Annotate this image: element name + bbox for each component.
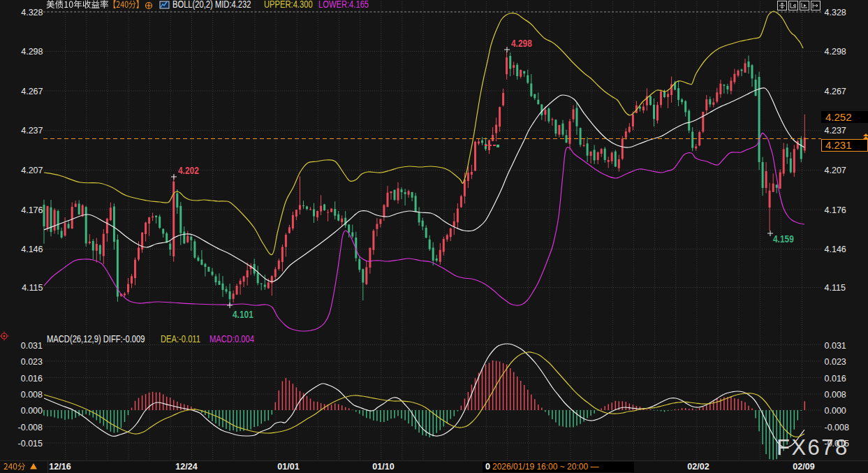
svg-text:FX678: FX678 [777,435,849,460]
svg-text:4.202: 4.202 [178,165,199,176]
svg-text:LOWER:4.165: LOWER:4.165 [318,0,369,10]
svg-text:0.031: 0.031 [825,341,846,351]
svg-text:-0.015: -0.015 [18,439,43,449]
svg-text:-0.008: -0.008 [18,423,43,432]
svg-text:4.237: 4.237 [21,126,43,136]
svg-text:4.252: 4.252 [825,111,852,123]
svg-text:02/02: 02/02 [687,462,709,472]
svg-text:4.267: 4.267 [825,87,846,96]
svg-text:0.008: 0.008 [21,390,43,400]
svg-text:0.016: 0.016 [825,374,846,384]
svg-text:0.016: 0.016 [21,374,43,384]
svg-text:4.176: 4.176 [825,205,846,215]
svg-text:01/01: 01/01 [277,462,299,472]
svg-text:4.146: 4.146 [21,245,43,254]
svg-text:4.159: 4.159 [773,233,794,245]
svg-text:0.031: 0.031 [21,341,43,351]
svg-text:4.115: 4.115 [22,283,43,293]
svg-text:4.115: 4.115 [825,283,846,293]
svg-text:01/10: 01/10 [372,462,394,472]
svg-text:0.023: 0.023 [825,357,846,367]
svg-text:4.298: 4.298 [511,38,532,49]
svg-text:0.008: 0.008 [825,390,846,400]
svg-text:UPPER:4.300: UPPER:4.300 [264,0,313,10]
svg-text:DEA:-0.011: DEA:-0.011 [161,334,200,344]
svg-text:4.207: 4.207 [21,166,43,175]
svg-text:12/16: 12/16 [49,462,71,472]
svg-text:4.146: 4.146 [825,245,846,254]
svg-text:0: 0 [485,462,490,472]
svg-text:4.267: 4.267 [21,87,43,96]
svg-text:0.000: 0.000 [825,406,846,416]
svg-text:BOLL(20,2) MID:4.232: BOLL(20,2) MID:4.232 [172,0,251,10]
svg-text:4.237: 4.237 [825,126,846,136]
svg-text:02/09: 02/09 [793,462,814,472]
svg-text:-0.008: -0.008 [825,423,849,432]
svg-text:4.231: 4.231 [825,139,852,151]
svg-text:4.176: 4.176 [21,205,43,215]
svg-text:4.207: 4.207 [825,166,846,175]
svg-text:0.000: 0.000 [21,406,43,416]
svg-text:4.298: 4.298 [21,47,43,57]
svg-text:4.328: 4.328 [825,8,846,17]
svg-text:2026/01/19 16:00 ~ 20:00 —: 2026/01/19 16:00 ~ 20:00 — [492,462,598,472]
svg-text:4.298: 4.298 [825,47,846,57]
svg-text:4.101: 4.101 [233,309,253,320]
svg-text:0.023: 0.023 [21,357,43,367]
svg-text:4.328: 4.328 [21,8,43,17]
svg-text:MACD(26,12,9) DIFF:-0.009: MACD(26,12,9) DIFF:-0.009 [47,334,145,344]
svg-text:12/24: 12/24 [175,462,197,472]
svg-text:MACD:0.004: MACD:0.004 [209,334,254,344]
